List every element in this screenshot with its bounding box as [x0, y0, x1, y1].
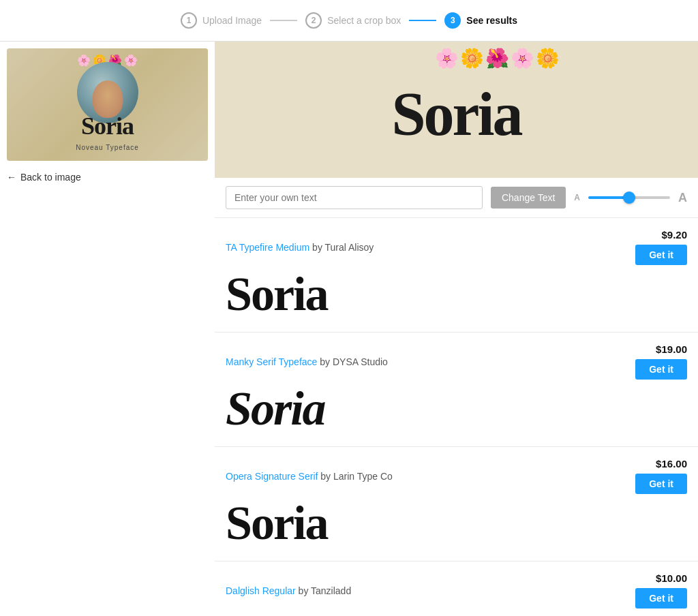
sidebar-soria-text: Soria	[81, 112, 134, 140]
font-name-author: Dalglish Regular by Tanziladd	[226, 585, 351, 596]
step-1-label: Upload Image	[202, 15, 262, 26]
font-name-author: Opera Signature Serif by Larin Type Co	[226, 471, 393, 482]
crop-soria-large: Soria	[391, 79, 521, 149]
font-author: by Tural Alisoy	[312, 242, 374, 253]
controls-bar: Change Text A A	[215, 178, 698, 218]
font-name-link[interactable]: Manky Serif Typeface	[226, 356, 317, 367]
back-to-image-link[interactable]: ← Back to image	[7, 172, 208, 183]
step-1: 1 Upload Image	[181, 12, 262, 29]
font-preview-text: Soria	[226, 385, 687, 433]
font-price: $19.00	[656, 343, 687, 355]
crop-flowers: 🌸🌼🌺🌸🌼	[435, 47, 561, 70]
back-arrow-icon: ←	[7, 172, 16, 183]
get-it-button[interactable]: Get it	[635, 245, 687, 265]
step-3-label: See results	[466, 15, 517, 26]
font-item: Manky Serif Typeface by DYSA Studio $19.…	[215, 333, 698, 447]
stepper-header: 1 Upload Image 2 Select a crop box 3 See…	[0, 0, 698, 42]
font-name-author: TA Typefire Medium by Tural Alisoy	[226, 242, 374, 253]
font-author: by DYSA Studio	[320, 356, 388, 367]
step-3-number: 3	[444, 12, 461, 29]
font-item: Opera Signature Serif by Larin Type Co $…	[215, 447, 698, 561]
back-link-label: Back to image	[20, 172, 81, 183]
flower-icon: 🌸	[77, 54, 91, 67]
flower-icon: 🌸	[124, 54, 138, 67]
crop-preview: 🌸🌼🌺🌸🌼 Soria	[215, 42, 698, 178]
step-2: 2 Select a crop box	[305, 12, 401, 29]
get-it-button[interactable]: Get it	[635, 588, 687, 609]
font-preview-text: Soria	[226, 271, 687, 318]
font-name-link[interactable]: TA Typefire Medium	[226, 242, 309, 253]
font-list: TA Typefire Medium by Tural Alisoy $9.20…	[215, 218, 698, 616]
font-price: $9.20	[661, 229, 687, 241]
font-price-get: $9.20 Get it	[635, 229, 687, 265]
sidebar: 🌸 🌼 🌺 🌸 Soria Noveau Typeface ← Back to …	[0, 42, 215, 616]
change-text-button[interactable]: Change Text	[491, 187, 566, 209]
step-3: 3 See results	[444, 12, 517, 29]
font-price-get: $19.00 Get it	[635, 343, 687, 380]
size-small-label: A	[574, 193, 580, 202]
sidebar-image: 🌸 🌼 🌺 🌸 Soria Noveau Typeface	[7, 48, 208, 161]
step-1-number: 1	[181, 12, 197, 29]
font-name-link[interactable]: Dalglish Regular	[226, 585, 296, 596]
font-item-header: Dalglish Regular by Tanziladd $10.00 Get…	[226, 572, 687, 609]
font-item-header: Manky Serif Typeface by DYSA Studio $19.…	[226, 343, 687, 380]
connector-2-3	[409, 20, 436, 21]
main-layout: 🌸 🌼 🌺 🌸 Soria Noveau Typeface ← Back to …	[0, 42, 698, 616]
sidebar-subtitle: Noveau Typeface	[76, 144, 139, 151]
font-size-slider[interactable]	[588, 196, 670, 199]
font-item-header: Opera Signature Serif by Larin Type Co $…	[226, 458, 687, 494]
font-price: $16.00	[656, 458, 687, 469]
connector-1-2	[270, 20, 297, 21]
font-item: Dalglish Regular by Tanziladd $10.00 Get…	[215, 561, 698, 616]
custom-text-input[interactable]	[226, 186, 483, 209]
get-it-button[interactable]: Get it	[635, 359, 687, 380]
font-price-get: $16.00 Get it	[635, 458, 687, 494]
font-item: TA Typefire Medium by Tural Alisoy $9.20…	[215, 218, 698, 333]
font-author: by Larin Type Co	[320, 471, 393, 482]
font-name-link[interactable]: Opera Signature Serif	[226, 471, 318, 482]
get-it-button[interactable]: Get it	[635, 474, 687, 494]
right-content: 🌸🌼🌺🌸🌼 Soria Change Text A A TA Typefire …	[215, 42, 698, 616]
font-price-get: $10.00 Get it	[635, 572, 687, 609]
font-name-author: Manky Serif Typeface by DYSA Studio	[226, 356, 388, 367]
size-large-label: A	[678, 191, 687, 205]
step-2-label: Select a crop box	[327, 15, 401, 26]
step-2-number: 2	[305, 12, 322, 29]
font-preview-text: Soria	[226, 499, 687, 547]
font-price: $10.00	[656, 572, 687, 584]
font-author: by Tanziladd	[299, 585, 352, 596]
font-item-header: TA Typefire Medium by Tural Alisoy $9.20…	[226, 229, 687, 265]
